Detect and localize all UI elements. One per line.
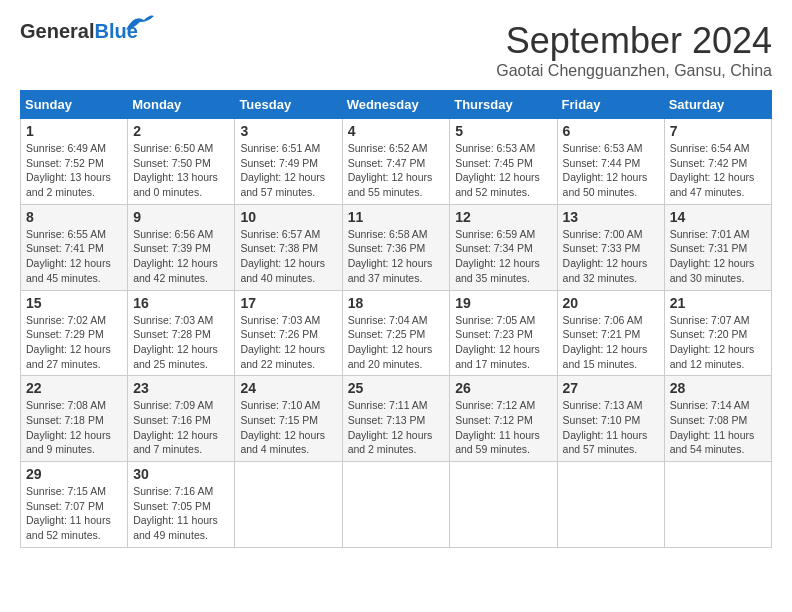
calendar-cell: 22Sunrise: 7:08 AMSunset: 7:18 PMDayligh… [21, 376, 128, 462]
day-number: 12 [455, 209, 551, 225]
day-number: 4 [348, 123, 445, 139]
day-number: 30 [133, 466, 229, 482]
day-number: 23 [133, 380, 229, 396]
calendar-cell: 12Sunrise: 6:59 AMSunset: 7:34 PMDayligh… [450, 204, 557, 290]
day-number: 16 [133, 295, 229, 311]
calendar-cell: 4Sunrise: 6:52 AMSunset: 7:47 PMDaylight… [342, 119, 450, 205]
day-number: 15 [26, 295, 122, 311]
day-number: 19 [455, 295, 551, 311]
day-info: Sunrise: 7:03 AMSunset: 7:26 PMDaylight:… [240, 313, 336, 372]
calendar-cell: 24Sunrise: 7:10 AMSunset: 7:15 PMDayligh… [235, 376, 342, 462]
day-number: 8 [26, 209, 122, 225]
day-info: Sunrise: 7:06 AMSunset: 7:21 PMDaylight:… [563, 313, 659, 372]
calendar-cell: 8Sunrise: 6:55 AMSunset: 7:41 PMDaylight… [21, 204, 128, 290]
day-info: Sunrise: 7:11 AMSunset: 7:13 PMDaylight:… [348, 398, 445, 457]
day-info: Sunrise: 7:07 AMSunset: 7:20 PMDaylight:… [670, 313, 766, 372]
calendar-cell: 21Sunrise: 7:07 AMSunset: 7:20 PMDayligh… [664, 290, 771, 376]
col-thursday: Thursday [450, 91, 557, 119]
calendar-week-row-1: 1Sunrise: 6:49 AMSunset: 7:52 PMDaylight… [21, 119, 772, 205]
day-info: Sunrise: 7:08 AMSunset: 7:18 PMDaylight:… [26, 398, 122, 457]
logo-bird-icon [124, 12, 156, 34]
day-number: 20 [563, 295, 659, 311]
calendar-cell: 1Sunrise: 6:49 AMSunset: 7:52 PMDaylight… [21, 119, 128, 205]
calendar-cell [664, 462, 771, 548]
calendar-cell: 11Sunrise: 6:58 AMSunset: 7:36 PMDayligh… [342, 204, 450, 290]
day-info: Sunrise: 6:56 AMSunset: 7:39 PMDaylight:… [133, 227, 229, 286]
day-info: Sunrise: 6:57 AMSunset: 7:38 PMDaylight:… [240, 227, 336, 286]
day-info: Sunrise: 6:53 AMSunset: 7:44 PMDaylight:… [563, 141, 659, 200]
logo: GeneralBlue [20, 20, 138, 43]
day-number: 17 [240, 295, 336, 311]
day-info: Sunrise: 7:01 AMSunset: 7:31 PMDaylight:… [670, 227, 766, 286]
col-saturday: Saturday [664, 91, 771, 119]
calendar-cell: 23Sunrise: 7:09 AMSunset: 7:16 PMDayligh… [128, 376, 235, 462]
title-area: September 2024 Gaotai Chengguanzhen, Gan… [496, 20, 772, 80]
day-info: Sunrise: 7:15 AMSunset: 7:07 PMDaylight:… [26, 484, 122, 543]
day-info: Sunrise: 7:02 AMSunset: 7:29 PMDaylight:… [26, 313, 122, 372]
day-info: Sunrise: 6:50 AMSunset: 7:50 PMDaylight:… [133, 141, 229, 200]
day-number: 3 [240, 123, 336, 139]
logo-general-text: General [20, 20, 94, 43]
calendar-week-row-4: 22Sunrise: 7:08 AMSunset: 7:18 PMDayligh… [21, 376, 772, 462]
calendar-cell: 9Sunrise: 6:56 AMSunset: 7:39 PMDaylight… [128, 204, 235, 290]
calendar-cell: 19Sunrise: 7:05 AMSunset: 7:23 PMDayligh… [450, 290, 557, 376]
calendar-cell: 29Sunrise: 7:15 AMSunset: 7:07 PMDayligh… [21, 462, 128, 548]
calendar-cell: 26Sunrise: 7:12 AMSunset: 7:12 PMDayligh… [450, 376, 557, 462]
day-info: Sunrise: 7:03 AMSunset: 7:28 PMDaylight:… [133, 313, 229, 372]
calendar-cell: 16Sunrise: 7:03 AMSunset: 7:28 PMDayligh… [128, 290, 235, 376]
day-number: 14 [670, 209, 766, 225]
day-info: Sunrise: 7:13 AMSunset: 7:10 PMDaylight:… [563, 398, 659, 457]
calendar-cell: 18Sunrise: 7:04 AMSunset: 7:25 PMDayligh… [342, 290, 450, 376]
calendar-week-row-3: 15Sunrise: 7:02 AMSunset: 7:29 PMDayligh… [21, 290, 772, 376]
day-number: 24 [240, 380, 336, 396]
day-info: Sunrise: 7:09 AMSunset: 7:16 PMDaylight:… [133, 398, 229, 457]
day-number: 11 [348, 209, 445, 225]
col-tuesday: Tuesday [235, 91, 342, 119]
col-wednesday: Wednesday [342, 91, 450, 119]
day-number: 9 [133, 209, 229, 225]
calendar-cell: 10Sunrise: 6:57 AMSunset: 7:38 PMDayligh… [235, 204, 342, 290]
calendar-cell: 15Sunrise: 7:02 AMSunset: 7:29 PMDayligh… [21, 290, 128, 376]
day-number: 7 [670, 123, 766, 139]
day-info: Sunrise: 6:51 AMSunset: 7:49 PMDaylight:… [240, 141, 336, 200]
calendar-cell: 20Sunrise: 7:06 AMSunset: 7:21 PMDayligh… [557, 290, 664, 376]
day-number: 27 [563, 380, 659, 396]
location-text: Gaotai Chengguanzhen, Gansu, China [496, 62, 772, 80]
day-number: 25 [348, 380, 445, 396]
day-info: Sunrise: 7:12 AMSunset: 7:12 PMDaylight:… [455, 398, 551, 457]
calendar-cell [235, 462, 342, 548]
calendar-week-row-5: 29Sunrise: 7:15 AMSunset: 7:07 PMDayligh… [21, 462, 772, 548]
calendar-header-row: Sunday Monday Tuesday Wednesday Thursday… [21, 91, 772, 119]
day-info: Sunrise: 6:58 AMSunset: 7:36 PMDaylight:… [348, 227, 445, 286]
calendar-cell: 7Sunrise: 6:54 AMSunset: 7:42 PMDaylight… [664, 119, 771, 205]
day-number: 6 [563, 123, 659, 139]
calendar-cell: 6Sunrise: 6:53 AMSunset: 7:44 PMDaylight… [557, 119, 664, 205]
month-title: September 2024 [496, 20, 772, 62]
col-sunday: Sunday [21, 91, 128, 119]
calendar-cell: 5Sunrise: 6:53 AMSunset: 7:45 PMDaylight… [450, 119, 557, 205]
day-number: 21 [670, 295, 766, 311]
calendar-week-row-2: 8Sunrise: 6:55 AMSunset: 7:41 PMDaylight… [21, 204, 772, 290]
day-info: Sunrise: 6:59 AMSunset: 7:34 PMDaylight:… [455, 227, 551, 286]
day-number: 29 [26, 466, 122, 482]
day-info: Sunrise: 7:14 AMSunset: 7:08 PMDaylight:… [670, 398, 766, 457]
calendar-cell: 25Sunrise: 7:11 AMSunset: 7:13 PMDayligh… [342, 376, 450, 462]
day-info: Sunrise: 6:53 AMSunset: 7:45 PMDaylight:… [455, 141, 551, 200]
calendar-cell: 14Sunrise: 7:01 AMSunset: 7:31 PMDayligh… [664, 204, 771, 290]
calendar-cell: 30Sunrise: 7:16 AMSunset: 7:05 PMDayligh… [128, 462, 235, 548]
day-number: 2 [133, 123, 229, 139]
day-number: 1 [26, 123, 122, 139]
day-info: Sunrise: 7:16 AMSunset: 7:05 PMDaylight:… [133, 484, 229, 543]
day-info: Sunrise: 7:00 AMSunset: 7:33 PMDaylight:… [563, 227, 659, 286]
calendar-cell: 17Sunrise: 7:03 AMSunset: 7:26 PMDayligh… [235, 290, 342, 376]
page-header: GeneralBlue September 2024 Gaotai Chengg… [20, 20, 772, 80]
calendar-table: Sunday Monday Tuesday Wednesday Thursday… [20, 90, 772, 548]
day-info: Sunrise: 6:49 AMSunset: 7:52 PMDaylight:… [26, 141, 122, 200]
day-info: Sunrise: 7:04 AMSunset: 7:25 PMDaylight:… [348, 313, 445, 372]
calendar-cell: 3Sunrise: 6:51 AMSunset: 7:49 PMDaylight… [235, 119, 342, 205]
calendar-cell [557, 462, 664, 548]
col-friday: Friday [557, 91, 664, 119]
day-number: 18 [348, 295, 445, 311]
day-info: Sunrise: 7:10 AMSunset: 7:15 PMDaylight:… [240, 398, 336, 457]
day-number: 5 [455, 123, 551, 139]
